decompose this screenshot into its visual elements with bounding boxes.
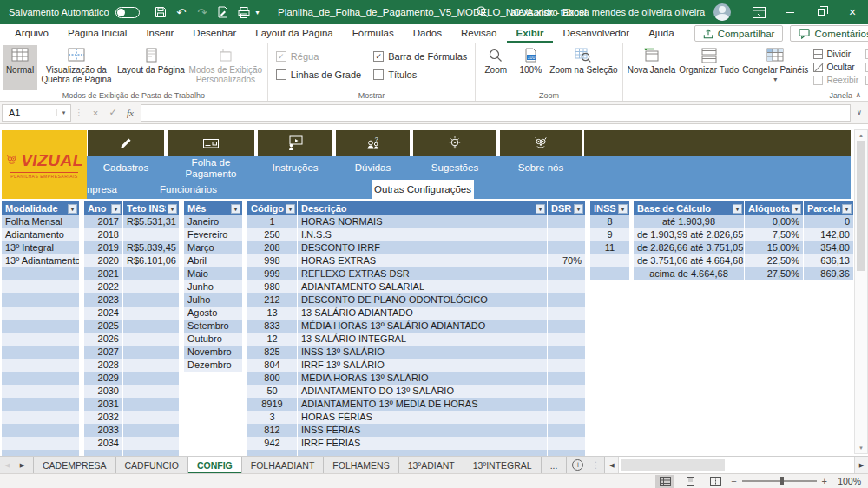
cell-ano[interactable]: 2026 xyxy=(84,333,123,346)
cell-base[interactable] xyxy=(634,372,745,385)
cell-descricao[interactable]: 13 SALÁRIO INTEGRAL xyxy=(298,333,548,346)
cell-teto[interactable] xyxy=(123,450,180,456)
cell-base[interactable]: de 1.903,99 até 2.826,65 xyxy=(634,228,745,241)
cell-mes[interactable]: Maio xyxy=(184,267,243,280)
cell-parcela[interactable] xyxy=(804,359,854,372)
horizontal-scrollbar[interactable]: ◀ ▶ xyxy=(604,457,868,473)
cell-parcela[interactable]: 0 xyxy=(804,215,854,228)
cell-descricao[interactable]: ADIANTAMENTO 13º MEDIA DE HORAS xyxy=(298,398,548,411)
cell-ano[interactable]: 2030 xyxy=(84,385,123,398)
cell-aliquota[interactable]: 27,50% xyxy=(745,267,804,280)
cell-inss[interactable] xyxy=(590,385,630,398)
ribbon-tab-dados[interactable]: Dados xyxy=(404,24,451,43)
cell-aliquota[interactable] xyxy=(745,280,804,293)
close-button[interactable]: × xyxy=(837,0,868,24)
cell-mes[interactable] xyxy=(184,385,243,398)
cell-inss[interactable] xyxy=(590,280,630,293)
filter-button[interactable]: ▾ xyxy=(618,204,628,214)
cell-dsr[interactable] xyxy=(548,398,586,411)
cell-ano[interactable]: 2031 xyxy=(84,398,123,411)
filter-button[interactable]: ▾ xyxy=(68,204,77,214)
ribbon-tab-desenvolvedor[interactable]: Desenvolvedor xyxy=(553,24,639,43)
cell-inss[interactable]: 11 xyxy=(590,241,630,254)
cell-ano[interactable]: 2020 xyxy=(84,254,123,267)
cell-descricao[interactable]: ADIANTAMENTO DO 13º SALÁRIO xyxy=(298,385,548,398)
cell-descricao[interactable]: MÉDIA HORAS 13º SALÁRIO xyxy=(298,372,548,385)
cell-aliquota[interactable] xyxy=(745,437,804,450)
ribbon-display-options-icon[interactable] xyxy=(743,0,774,24)
cell-dsr[interactable] xyxy=(548,385,586,398)
cell-parcela[interactable] xyxy=(804,293,854,307)
cell-modalidade[interactable] xyxy=(2,424,80,437)
cell-descricao[interactable]: REFLEXO EXTRAS DSR xyxy=(298,267,548,280)
cell-ano[interactable]: 2018 xyxy=(84,228,123,241)
cell-base[interactable] xyxy=(634,424,745,437)
page-break-status-button[interactable] xyxy=(706,475,725,488)
cell-base[interactable] xyxy=(634,398,745,411)
cell-parcela[interactable] xyxy=(804,424,854,437)
cell-dsr[interactable] xyxy=(548,424,586,437)
cell-inss[interactable] xyxy=(590,372,630,385)
arrange-all-button[interactable]: Organizar Tudo xyxy=(677,45,740,90)
cell-inss[interactable]: 8 xyxy=(590,215,630,228)
insert-function-icon[interactable]: fx xyxy=(122,108,139,118)
avatar[interactable] xyxy=(713,3,731,21)
cancel-icon[interactable]: × xyxy=(87,108,104,118)
filter-button[interactable]: ▾ xyxy=(733,204,742,214)
restore-button[interactable] xyxy=(806,0,837,24)
cell-codigo[interactable]: 833 xyxy=(247,320,298,333)
cell-teto[interactable] xyxy=(123,385,180,398)
cell-teto[interactable] xyxy=(123,320,180,333)
zoom-to-selection-button[interactable]: Zoom na Seleção xyxy=(548,45,619,90)
page-layout-view-button[interactable]: Layout da Página xyxy=(115,45,187,90)
cell-codigo[interactable]: 13 xyxy=(247,307,298,320)
cell-codigo[interactable]: 50 xyxy=(247,385,298,398)
cell-codigo[interactable]: 250 xyxy=(247,228,298,241)
cell-modalidade[interactable] xyxy=(2,320,80,333)
submenu-outras-configuracoes[interactable]: Outras Configurações xyxy=(372,180,474,199)
cell-descricao[interactable]: MÉDIA HORAS 13º SALÁRIO ADIANTADO xyxy=(298,320,548,333)
cell-inss[interactable]: 9 xyxy=(590,228,630,241)
hscroll-left-icon[interactable]: ◀ xyxy=(605,457,619,473)
cell-teto[interactable] xyxy=(123,280,180,293)
cell-aliquota[interactable] xyxy=(745,398,804,411)
cell-ano[interactable]: 2028 xyxy=(84,359,123,372)
add-sheet-button[interactable]: + xyxy=(572,459,583,471)
submenu-funcionarios[interactable]: Funcionários xyxy=(115,180,262,199)
cell-teto[interactable]: R$5.839,45 xyxy=(123,241,180,254)
cell-inss[interactable] xyxy=(590,424,630,437)
cell-aliquota[interactable] xyxy=(745,293,804,307)
cell-aliquota[interactable] xyxy=(745,346,804,359)
cell-dsr[interactable] xyxy=(548,267,586,280)
cell-codigo[interactable]: 825 xyxy=(247,346,298,359)
share-button[interactable]: Compartilhar xyxy=(694,25,784,42)
sheet-tab-...[interactable]: ... xyxy=(542,457,568,473)
cell-dsr[interactable] xyxy=(548,228,586,241)
cell-teto[interactable] xyxy=(123,359,180,372)
cell-dsr[interactable] xyxy=(548,320,586,333)
draw-ink-icon[interactable] xyxy=(213,6,233,18)
formula-input[interactable] xyxy=(141,104,851,122)
ribbon-tab-fórmulas[interactable]: Fórmulas xyxy=(343,24,404,43)
zoom-out-icon[interactable]: − xyxy=(731,476,736,486)
name-box[interactable]: A1 ▾ xyxy=(2,104,71,122)
cell-parcela[interactable]: 354,80 xyxy=(804,241,854,254)
cell-ano[interactable]: 2032 xyxy=(84,411,123,424)
cell-aliquota[interactable] xyxy=(745,411,804,424)
cell-dsr[interactable] xyxy=(548,280,586,293)
cell-teto[interactable] xyxy=(123,307,180,320)
cell-modalidade[interactable]: 13º Integral xyxy=(2,241,80,254)
cell-base[interactable] xyxy=(634,320,745,333)
redo-icon[interactable]: ↷ xyxy=(192,6,213,19)
cell-aliquota[interactable]: 15,00% xyxy=(745,241,804,254)
cell-mes[interactable]: Julho xyxy=(184,293,243,307)
cell-codigo[interactable]: 942 xyxy=(247,437,298,450)
sheet-tab-folhamens[interactable]: FOLHAMENS xyxy=(324,457,398,473)
cell-codigo[interactable]: 8919 xyxy=(247,398,298,411)
cell-base[interactable]: até 1.903,98 xyxy=(634,215,745,228)
scroll-down-icon[interactable]: ▼ xyxy=(858,445,864,451)
normal-view-status-button[interactable] xyxy=(655,475,674,488)
cell-dsr[interactable] xyxy=(548,241,586,254)
cell-base[interactable] xyxy=(634,293,745,307)
cell-aliquota[interactable] xyxy=(745,307,804,320)
